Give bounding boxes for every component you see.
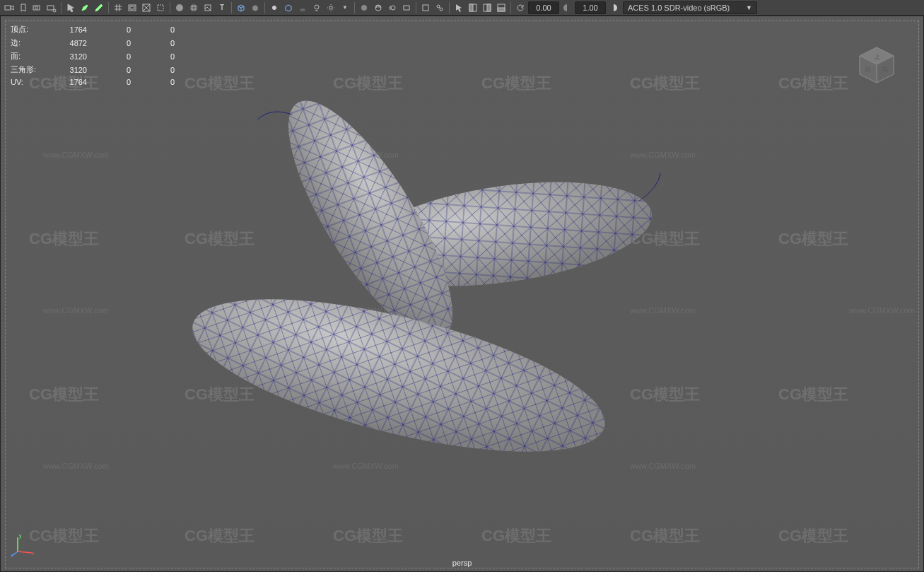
gamma-icon-a[interactable] bbox=[561, 1, 573, 14]
wireframe-model bbox=[144, 93, 780, 517]
dof-icon[interactable] bbox=[400, 1, 413, 14]
svg-point-34 bbox=[179, 268, 619, 483]
svg-rect-8 bbox=[158, 5, 163, 11]
panel-c-icon[interactable] bbox=[495, 1, 508, 14]
svg-point-29 bbox=[351, 166, 658, 303]
gamma-icon-b[interactable] bbox=[607, 1, 620, 14]
panel-a-icon[interactable] bbox=[467, 1, 479, 14]
toolbar-separator bbox=[231, 2, 232, 13]
select-icon[interactable] bbox=[64, 1, 77, 14]
svg-point-12 bbox=[272, 6, 276, 10]
viewcube[interactable]: 上 右 后 bbox=[855, 43, 898, 86]
grid-icon[interactable] bbox=[112, 1, 124, 14]
svg-point-33 bbox=[179, 268, 619, 483]
viewport-toolbar: T ▼ 0.00 1.00 ACES 1.0 SDR-video (sRGB) … bbox=[0, 0, 924, 16]
viewport-panel[interactable]: CG模型王 CG模型王 CG模型王 CG模型王 CG模型王 CG模型王 www.… bbox=[0, 16, 924, 572]
light-cube-icon[interactable] bbox=[282, 1, 295, 14]
axis-gizmo[interactable]: y x z bbox=[11, 532, 36, 557]
watermark-layer: CG模型王 CG模型王 CG模型王 CG模型王 CG模型王 CG模型王 www.… bbox=[1, 16, 923, 571]
svg-text:上: 上 bbox=[874, 53, 880, 60]
pencil-icon[interactable] bbox=[93, 1, 105, 14]
wireframe-shaded-icon[interactable] bbox=[187, 1, 200, 14]
ao-icon[interactable] bbox=[372, 1, 385, 14]
svg-point-30 bbox=[351, 166, 658, 303]
toolbar-separator bbox=[416, 2, 416, 13]
light-icon[interactable] bbox=[268, 1, 281, 14]
toolbar-separator bbox=[264, 2, 265, 13]
svg-text:x: x bbox=[32, 551, 35, 556]
toolbar-separator bbox=[449, 2, 450, 13]
svg-text:后: 后 bbox=[865, 66, 871, 73]
svg-point-32 bbox=[260, 93, 481, 360]
cube-wire-icon[interactable] bbox=[235, 1, 247, 14]
sun-icon[interactable] bbox=[324, 1, 337, 14]
toolbar-separator bbox=[510, 2, 511, 13]
text-icon[interactable]: T bbox=[216, 1, 228, 14]
svg-rect-6 bbox=[130, 6, 134, 9]
film-gate-icon[interactable] bbox=[126, 1, 139, 14]
chevron-down-icon: ▼ bbox=[746, 4, 752, 11]
camera-name-label: persp bbox=[452, 559, 472, 567]
toolbar-separator bbox=[354, 2, 355, 13]
svg-rect-28 bbox=[498, 8, 505, 11]
light-toggle-icon[interactable] bbox=[310, 1, 323, 14]
svg-rect-19 bbox=[404, 6, 409, 10]
svg-point-14 bbox=[315, 5, 319, 9]
colorspace-label: ACES 1.0 SDR-video (sRGB) bbox=[628, 4, 730, 12]
hud-row: 三角形:312000 bbox=[11, 64, 175, 76]
hud-row: 边:487200 bbox=[11, 37, 175, 49]
toolbar-separator bbox=[108, 2, 109, 13]
cube-solid-icon[interactable] bbox=[249, 1, 262, 14]
panel-b-icon[interactable] bbox=[481, 1, 493, 14]
svg-point-18 bbox=[391, 6, 395, 10]
shadow-icon[interactable] bbox=[296, 1, 309, 14]
svg-point-2 bbox=[35, 6, 38, 9]
svg-point-16 bbox=[361, 5, 367, 11]
hud-row: UV:176400 bbox=[11, 77, 175, 87]
svg-text:z: z bbox=[11, 553, 13, 557]
chevron-down-icon[interactable]: ▼ bbox=[339, 1, 351, 14]
shaded-icon[interactable] bbox=[173, 1, 186, 14]
gamma-field[interactable]: 1.00 bbox=[575, 1, 606, 14]
arrow-pointer-icon[interactable] bbox=[452, 1, 465, 14]
svg-point-13 bbox=[300, 8, 305, 11]
camera-icon[interactable] bbox=[31, 1, 44, 14]
exposure-field[interactable]: 0.00 bbox=[528, 1, 559, 14]
svg-text:y: y bbox=[19, 533, 22, 539]
xray-icon[interactable] bbox=[419, 1, 432, 14]
svg-rect-24 bbox=[469, 4, 473, 11]
svg-point-9 bbox=[176, 4, 183, 11]
refresh-icon[interactable] bbox=[514, 1, 527, 14]
isolate-icon[interactable] bbox=[358, 1, 370, 14]
colorspace-dropdown[interactable]: ACES 1.0 SDR-video (sRGB) ▼ bbox=[623, 1, 757, 14]
svg-point-4 bbox=[53, 9, 56, 12]
brush-icon[interactable] bbox=[78, 1, 91, 14]
gate-mask-icon[interactable] bbox=[140, 1, 153, 14]
selection-marquee bbox=[5, 21, 919, 568]
toolbar-separator bbox=[61, 2, 62, 13]
svg-point-31 bbox=[260, 93, 481, 360]
xray-joints-icon[interactable] bbox=[433, 1, 446, 14]
svg-line-39 bbox=[18, 551, 32, 553]
polycount-hud: 顶点:176400 边:487200 面:312000 三角形:312000 U… bbox=[9, 22, 176, 88]
bookmark-icon[interactable] bbox=[17, 1, 30, 14]
svg-rect-3 bbox=[47, 6, 54, 10]
textured-icon[interactable] bbox=[201, 1, 214, 14]
hud-row: 顶点:176400 bbox=[11, 23, 175, 35]
motion-blur-icon[interactable] bbox=[386, 1, 399, 14]
toolbar-separator bbox=[170, 2, 170, 13]
region-icon[interactable] bbox=[154, 1, 167, 14]
svg-text:右: 右 bbox=[882, 66, 889, 73]
camera-settings-icon[interactable] bbox=[45, 1, 58, 14]
svg-point-15 bbox=[329, 6, 332, 9]
svg-rect-20 bbox=[423, 5, 428, 11]
camera-list-icon[interactable] bbox=[3, 1, 16, 14]
svg-rect-26 bbox=[487, 4, 491, 11]
hud-row: 面:312000 bbox=[11, 50, 175, 62]
svg-rect-0 bbox=[5, 6, 11, 10]
